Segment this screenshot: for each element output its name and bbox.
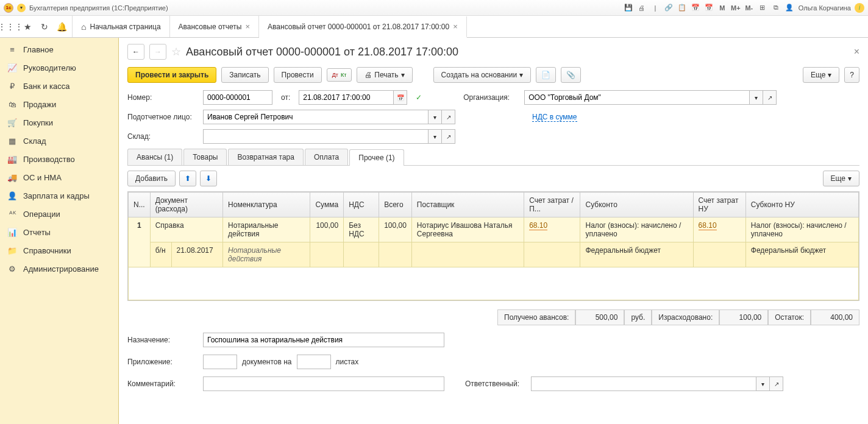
sidebar-item-reports[interactable]: 📊Отчеты: [0, 223, 118, 241]
dropdown-icon[interactable]: ▾: [429, 110, 442, 124]
user-name[interactable]: Ольга Корчагина: [799, 4, 851, 12]
close-icon[interactable]: ×: [453, 22, 458, 31]
tab-doc[interactable]: Авансовый отчет 0000-000001 от 21.08.201…: [259, 16, 467, 38]
date-input[interactable]: [299, 90, 394, 105]
col-total[interactable]: Всего: [379, 193, 412, 217]
comment-input[interactable]: [203, 376, 444, 391]
nav-back-button[interactable]: ←: [127, 44, 144, 60]
window-icon[interactable]: ⧉: [770, 2, 781, 13]
info-icon[interactable]: i: [855, 3, 864, 13]
sidebar-item-hr[interactable]: 👤Зарплата и кадры: [0, 186, 118, 205]
save-icon[interactable]: 💾: [623, 2, 634, 13]
open-icon[interactable]: ↗: [770, 376, 783, 391]
m-plus-button[interactable]: M+: [730, 2, 741, 13]
sidebar: ≡Главное 📈Руководителю ₽Банк и касса 🛍Пр…: [0, 38, 119, 424]
calc-icon[interactable]: 📅: [703, 2, 714, 13]
help-button[interactable]: ?: [844, 67, 859, 83]
col-acct[interactable]: Счет затрат / П...: [524, 193, 580, 217]
sidebar-item-warehouse[interactable]: ▦Склад: [0, 132, 118, 150]
comment-label: Комментарий:: [127, 380, 198, 388]
create-based-button[interactable]: Создать на основании ▾: [433, 67, 532, 83]
sidebar-item-main[interactable]: ≡Главное: [0, 40, 118, 58]
close-icon[interactable]: ×: [246, 22, 251, 31]
docs-count-input[interactable]: [203, 355, 237, 369]
calendar-icon[interactable]: 📅: [690, 2, 701, 13]
sidebar-item-sales[interactable]: 🛍Продажи: [0, 95, 118, 113]
attach-button[interactable]: 📎: [561, 67, 581, 83]
tab-tare[interactable]: Возвратная тара: [228, 149, 304, 165]
col-acct-nu[interactable]: Счет затрат НУ: [693, 193, 745, 217]
col-vat[interactable]: НДС: [344, 193, 379, 217]
tab-advances[interactable]: Авансы (1): [127, 149, 182, 165]
dropdown-icon[interactable]: ▾: [429, 129, 442, 144]
org-input[interactable]: [524, 90, 750, 105]
bell-icon[interactable]: 🔔: [54, 19, 69, 35]
calendar-icon[interactable]: 📅: [394, 90, 407, 105]
tab-home[interactable]: ⌂ Начальная страница: [73, 16, 170, 37]
open-icon[interactable]: ↗: [442, 110, 455, 124]
post-button[interactable]: Провести: [274, 67, 322, 83]
table-row[interactable]: 1 Справка Нотариальные действия 100,00 Б…: [129, 217, 859, 242]
open-icon[interactable]: ↗: [442, 129, 455, 144]
truck-icon: 🚚: [7, 172, 17, 182]
sep-icon: |: [650, 2, 661, 13]
m-button[interactable]: M: [717, 2, 728, 13]
col-n[interactable]: N...: [129, 193, 151, 217]
sidebar-item-bank[interactable]: ₽Банк и касса: [0, 77, 118, 95]
sidebar-item-assets[interactable]: 🚚ОС и НМА: [0, 168, 118, 186]
sidebar-item-admin[interactable]: ⚙Администрирование: [0, 260, 118, 278]
col-supplier[interactable]: Поставщик: [411, 193, 524, 217]
col-doc[interactable]: Документ (расхода): [150, 193, 222, 217]
add-button[interactable]: Добавить: [127, 171, 176, 186]
dropdown-icon[interactable]: ▾: [17, 4, 26, 12]
print-button[interactable]: 🖨 Печать ▾: [357, 67, 412, 83]
bars-icon: 📊: [7, 227, 17, 237]
more-button[interactable]: Еще ▾: [803, 67, 839, 83]
sheets-count-input[interactable]: [297, 355, 331, 369]
tab-other[interactable]: Прочее (1): [349, 149, 404, 166]
col-subk[interactable]: Субконто: [580, 193, 693, 217]
purpose-input[interactable]: [203, 333, 444, 347]
tab-payment[interactable]: Оплата: [305, 149, 348, 165]
grid[interactable]: N... Документ (расхода) Номенклатура Сум…: [127, 191, 859, 301]
print-icon[interactable]: 🖨: [636, 2, 647, 13]
table-row[interactable]: б/н 21.08.2017 Нотариальные действия Фед…: [129, 242, 859, 267]
move-down-button[interactable]: ⬇: [200, 171, 217, 186]
open-icon[interactable]: ↗: [763, 90, 777, 105]
balance-value: 400,00: [811, 309, 859, 325]
table-more-button[interactable]: Еще ▾: [823, 171, 859, 186]
sidebar-item-manager[interactable]: 📈Руководителю: [0, 58, 118, 77]
dropdown-icon[interactable]: ▾: [756, 376, 770, 391]
grid-icon[interactable]: ⊞: [757, 2, 768, 13]
post-close-button[interactable]: Провести и закрыть: [127, 67, 216, 83]
responsible-input[interactable]: [531, 376, 756, 391]
m-minus-button[interactable]: M-: [744, 2, 755, 13]
dt-kt-button[interactable]: ДтКт: [327, 68, 352, 82]
number-input[interactable]: [203, 90, 272, 105]
apps-icon[interactable]: ⋮⋮⋮: [2, 19, 18, 35]
vat-link[interactable]: НДС в сумме: [532, 113, 577, 122]
tab-goods[interactable]: Товары: [183, 149, 227, 165]
col-subk-nu[interactable]: Субконто НУ: [745, 193, 858, 217]
star-icon[interactable]: ★: [20, 19, 35, 35]
main-toolbar: ⋮⋮⋮ ★ ↻ 🔔 ⌂ Начальная страница Авансовые…: [0, 16, 868, 38]
warehouse-input[interactable]: [203, 129, 429, 144]
nav-forward-button[interactable]: →: [149, 44, 166, 60]
col-sum[interactable]: Сумма: [310, 193, 344, 217]
doc-icon-button[interactable]: 📄: [536, 67, 556, 83]
dropdown-icon[interactable]: ▾: [750, 90, 763, 105]
sidebar-item-production[interactable]: 🏭Производство: [0, 150, 118, 168]
link-icon[interactable]: 🔗: [663, 2, 674, 13]
favorite-icon[interactable]: ☆: [171, 45, 181, 58]
move-up-button[interactable]: ⬆: [179, 171, 196, 186]
person-input[interactable]: [203, 110, 429, 124]
save-button[interactable]: Записать: [221, 67, 268, 83]
history-icon[interactable]: ↻: [37, 19, 52, 35]
tab-reports[interactable]: Авансовые отчеты ×: [170, 16, 260, 37]
clipboard-icon[interactable]: 📋: [677, 2, 688, 13]
col-nomen[interactable]: Номенклатура: [223, 193, 310, 217]
sidebar-item-purchase[interactable]: 🛒Покупки: [0, 113, 118, 132]
sidebar-item-operations[interactable]: ᴬᴷОперации: [0, 205, 118, 223]
close-doc-button[interactable]: ×: [854, 46, 859, 57]
sidebar-item-catalogs[interactable]: 📁Справочники: [0, 241, 118, 260]
